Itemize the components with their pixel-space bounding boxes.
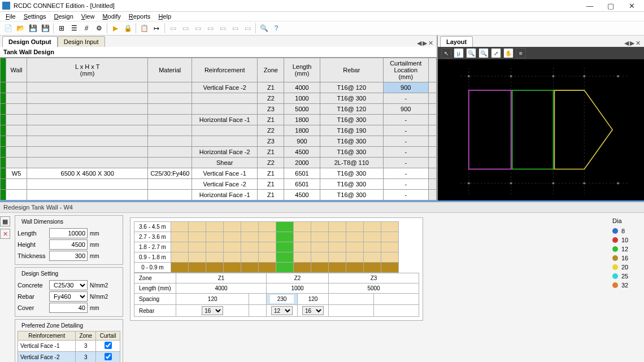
zone-cell[interactable] [171,232,188,242]
zone-cell[interactable] [258,232,276,242]
zone-cell[interactable] [363,252,381,263]
zoom-in-icon[interactable]: 🔍 [466,48,476,58]
delete-icon[interactable]: ✕ [0,229,10,239]
grid-header[interactable]: Rebar [320,58,383,82]
height-input[interactable] [49,239,88,250]
zone-cell[interactable] [363,242,381,252]
open-icon[interactable]: 📂 [15,23,26,34]
tab-design-input[interactable]: Design Input [58,36,105,47]
zone-cell[interactable] [223,252,241,263]
report-icon[interactable]: 📋 [138,23,150,34]
tool-e-icon[interactable]: ▭ [217,23,228,34]
design-output-grid[interactable]: WallL x H x T(mm)MaterialReinforcementZo… [0,58,437,200]
layers-icon[interactable]: ≡ [516,48,526,58]
zone-cell[interactable] [171,242,188,252]
lock-icon[interactable]: 🔒 [122,23,133,34]
length-input[interactable] [49,228,88,238]
menu-modify[interactable]: Modify [99,12,124,21]
maximize-button[interactable]: ▢ [601,0,621,11]
grid-icon[interactable]: ⊞ [56,23,67,34]
zone-cell[interactable] [363,263,381,273]
zone-cell[interactable] [241,242,258,252]
zone-cell[interactable] [171,222,188,232]
zone-cell[interactable] [381,263,398,273]
zone-cell[interactable] [328,222,346,232]
concrete-select[interactable]: C25/30 [49,280,88,290]
measure-icon[interactable]: μ [454,48,464,58]
rebar-z2a[interactable]: 12 [271,306,293,315]
table-row[interactable]: Vertical Face -2Z16501T16@ 300- [1,179,437,190]
rebar-z1a[interactable]: 16 [202,306,223,315]
zone-cell[interactable] [223,263,241,273]
zone-cell[interactable] [311,252,328,263]
zone-cell[interactable] [328,242,346,252]
table-row[interactable]: ShearZ220002L-T8@ 110- [1,158,437,168]
menu-view[interactable]: View [78,12,98,21]
zone-cell[interactable] [363,222,381,232]
grid-header[interactable]: Material [148,58,192,82]
zone-cell[interactable] [188,242,206,252]
zone-cell[interactable] [311,232,328,242]
zone-cell[interactable] [188,263,206,273]
zone-row[interactable]: Vertical Face -23 [18,352,120,363]
layout-close-icon[interactable]: ✕ [636,40,641,47]
zone-cell[interactable] [346,242,363,252]
table-row[interactable]: Vertical Face -2Z14000T16@ 120900 [1,82,437,93]
spacing-z2a[interactable] [270,295,294,303]
thickness-input[interactable] [49,251,88,261]
zone-cell[interactable] [188,222,206,232]
zone-cell[interactable] [328,263,346,273]
layout-next-icon[interactable]: ▶ [630,40,634,47]
tool-c-icon[interactable]: ▭ [192,23,203,34]
zone-cell[interactable] [206,222,223,232]
curtail-checkbox[interactable] [105,342,112,349]
table-row[interactable]: W56500 X 4500 X 300C25/30:Fy460Vertical … [1,168,437,179]
menu-design[interactable]: Design [51,12,77,21]
zone-cell[interactable] [363,232,381,242]
zone-cell[interactable] [381,222,398,232]
zone-cell[interactable] [293,252,311,263]
tab-next-icon[interactable]: ▶ [423,40,427,47]
settings-icon[interactable]: ⚙ [93,23,105,34]
zone-cell[interactable] [258,252,276,263]
curtail-checkbox[interactable] [105,353,112,360]
zone-cell[interactable] [241,252,258,263]
list-icon[interactable]: ☰ [68,23,80,34]
grid-header[interactable]: L x H x T(mm) [27,58,147,82]
zone-cell[interactable] [188,252,206,263]
tool-f-icon[interactable]: ▭ [229,23,241,34]
zone-cell[interactable] [258,263,276,273]
table-row[interactable]: Horizontal Face -1Z14500T16@ 300- [1,190,437,200]
layout-prev-icon[interactable]: ◀ [624,40,629,47]
zone-cell[interactable] [223,242,241,252]
zone-cell[interactable] [346,263,363,273]
zone-cell[interactable] [311,242,328,252]
close-button[interactable]: ✕ [621,0,642,11]
table-row[interactable]: Z21800T16@ 190- [1,125,437,136]
tab-layout[interactable]: Layout [440,36,473,47]
tool-d-icon[interactable]: ▭ [204,23,216,34]
zone-cell[interactable] [206,263,223,273]
zone-cell[interactable] [241,222,258,232]
table-row[interactable]: Z21000T16@ 300- [1,93,437,104]
zone-cell[interactable] [328,232,346,242]
zone-row[interactable]: Vertical Face -13 [18,341,120,352]
rebar-z2b[interactable]: 16 [302,306,324,315]
tab-prev-icon[interactable]: ◀ [417,40,421,47]
spacing-z1a[interactable] [201,295,224,303]
tool-box-icon[interactable]: ▦ [0,216,10,226]
grid-header[interactable]: Length(mm) [284,58,320,82]
tool-g-icon[interactable]: ▭ [242,23,253,34]
tab-close-icon[interactable]: ✕ [428,40,433,47]
table-row[interactable]: Horizontal Face -1Z11800T16@ 300- [1,115,437,125]
cover-input[interactable] [49,303,88,313]
zone-cell[interactable] [328,252,346,263]
zone-cell[interactable] [241,232,258,242]
menu-settings[interactable]: Settings [20,12,50,21]
zone-cell[interactable] [241,263,258,273]
table-row[interactable]: Z35000T16@ 120900 [1,104,437,115]
zone-cell[interactable] [381,252,398,263]
zoom-fit-icon[interactable]: ⤢ [491,48,501,58]
zone-cell[interactable] [206,242,223,252]
zone-cell[interactable] [311,263,328,273]
